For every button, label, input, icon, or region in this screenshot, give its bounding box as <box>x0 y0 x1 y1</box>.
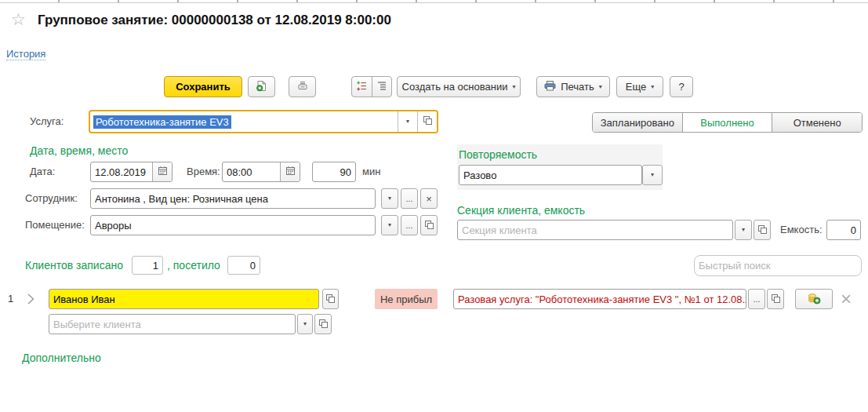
client-name-field[interactable]: Иванов Иван <box>49 289 319 309</box>
open-icon <box>325 294 336 305</box>
date-calendar-button[interactable] <box>152 162 172 181</box>
calendar-icon <box>285 166 296 178</box>
document-plus-icon <box>256 80 267 94</box>
print-label: Печать <box>561 81 594 93</box>
add-payment-button[interactable] <box>795 289 833 309</box>
status-planned[interactable]: Запланировано <box>593 113 682 132</box>
duration-input[interactable] <box>312 162 356 182</box>
room-choose-button[interactable]: ... <box>401 215 418 235</box>
employee-dropdown-button[interactable]: ▾ <box>381 188 398 209</box>
favorite-star-icon[interactable]: ☆ <box>11 11 26 27</box>
chevron-down-icon: ▾ <box>388 222 391 228</box>
printer-icon <box>544 81 556 93</box>
save-and-new-button[interactable] <box>248 76 275 97</box>
history-link[interactable]: История <box>6 48 45 60</box>
employee-input[interactable] <box>90 188 376 209</box>
client-section-dropdown-button[interactable]: ▾ <box>735 220 752 240</box>
coins-plus-icon <box>808 293 821 306</box>
list-buttons-group <box>351 76 392 97</box>
clients-visited-label: , посетило <box>167 259 220 272</box>
client-picker-input[interactable] <box>49 314 296 334</box>
time-input[interactable] <box>223 162 280 181</box>
open-icon <box>771 294 781 305</box>
service-value[interactable]: Робототехника-занятие EV3 <box>90 111 398 132</box>
capacity-label: Емкость: <box>780 224 823 235</box>
service-field[interactable]: Робототехника-занятие EV3 ▾ <box>89 110 438 133</box>
open-icon <box>423 115 433 128</box>
status-completed[interactable]: Выполнено <box>682 113 772 132</box>
chevron-down-icon: ▾ <box>388 195 391 202</box>
chevron-down-icon: ▾ <box>303 321 307 327</box>
more-button[interactable]: Еще ▾ <box>616 76 663 97</box>
client-section-open-button[interactable] <box>754 220 771 240</box>
client-section-input[interactable] <box>457 220 733 240</box>
room-open-button[interactable] <box>420 215 438 235</box>
client-section-title: Секция клиента, емкость <box>457 204 585 217</box>
additional-section-link[interactable]: Дополнительно <box>22 352 101 364</box>
service-ref-open-button[interactable] <box>767 289 784 309</box>
clients-visited-input[interactable] <box>227 256 260 275</box>
chevron-down-icon: ▾ <box>512 84 515 90</box>
client-service-ref-field[interactable]: Разовая услуга: "Робототехника-занятие E… <box>453 289 746 309</box>
more-label: Еще <box>626 81 646 93</box>
service-open-button[interactable] <box>417 111 437 132</box>
list-structure-button[interactable] <box>372 77 392 97</box>
service-ref-choose-button[interactable]: ... <box>748 289 765 309</box>
employee-choose-button[interactable]: ... <box>401 188 418 209</box>
chevron-down-icon: ▾ <box>406 118 409 125</box>
print-receipt-button[interactable] <box>289 76 316 97</box>
service-label: Услуга: <box>30 115 64 127</box>
service-dropdown-button[interactable]: ▾ <box>398 111 417 132</box>
room-label: Помещение: <box>25 219 85 231</box>
help-button[interactable]: ? <box>670 76 693 97</box>
recurrence-section-title: Повторяемость <box>459 148 537 161</box>
time-field-group <box>222 162 300 182</box>
room-dropdown-button[interactable]: ▾ <box>381 215 398 235</box>
duration-unit-label: мин <box>362 166 380 177</box>
create-based-on-button[interactable]: Создать на основании ▾ <box>397 76 521 97</box>
time-label: Время: <box>187 166 220 177</box>
pick-clients-button[interactable] <box>352 77 372 97</box>
list-add-remove-icon <box>357 81 367 93</box>
capacity-input[interactable] <box>826 220 861 240</box>
client-picker-open-button[interactable] <box>314 314 332 334</box>
calendar-icon <box>158 166 168 178</box>
indented-list-icon <box>376 81 387 93</box>
status-cancelled[interactable]: Отменено <box>772 113 862 132</box>
delete-row-icon[interactable]: × <box>841 290 852 308</box>
client-picker-dropdown-button[interactable]: ▾ <box>297 314 313 334</box>
open-icon <box>757 224 768 236</box>
receipt-printer-icon <box>297 81 308 93</box>
date-field-group <box>90 162 173 182</box>
chevron-down-icon: ▾ <box>599 84 602 90</box>
recurrence-input[interactable] <box>459 165 642 185</box>
date-input[interactable] <box>91 162 152 181</box>
employee-label: Сотрудник: <box>25 192 78 204</box>
page-title: Групповое занятие: 00000000138 от 12.08.… <box>38 13 391 28</box>
client-open-button[interactable] <box>322 289 339 309</box>
recurrence-dropdown-button[interactable]: ▾ <box>642 165 663 185</box>
chevron-down-icon: ▾ <box>742 227 745 233</box>
chevron-down-icon: ▾ <box>651 172 654 178</box>
employee-clear-button[interactable]: × <box>420 188 438 209</box>
status-tabs: Запланировано Выполнено Отменено <box>592 112 863 133</box>
save-button[interactable]: Сохранить <box>164 76 242 97</box>
group-lesson-form: ☆ Групповое занятие: 00000000138 от 12.0… <box>0 0 868 412</box>
open-icon <box>318 319 329 330</box>
room-input[interactable] <box>90 215 376 235</box>
attendance-badge[interactable]: Не прибыл <box>375 289 438 309</box>
time-calendar-button[interactable] <box>280 162 300 181</box>
open-icon <box>424 220 434 232</box>
service-selected-text: Робототехника-занятие EV3 <box>93 115 231 129</box>
chevron-down-icon: ▾ <box>651 84 654 90</box>
clients-registered-label: Клиентов записано <box>25 259 123 272</box>
top-ruler <box>0 0 868 3</box>
schedule-section-title: Дата, время, место <box>30 144 128 157</box>
date-label: Дата: <box>30 166 55 177</box>
create-based-on-label: Создать на основании <box>402 81 508 93</box>
row-index: 1 <box>8 293 13 304</box>
row-expand-chevron-icon[interactable] <box>27 293 35 308</box>
quick-search-input[interactable] <box>694 255 862 276</box>
clients-registered-input[interactable] <box>132 256 163 275</box>
print-button[interactable]: Печать ▾ <box>536 76 610 97</box>
